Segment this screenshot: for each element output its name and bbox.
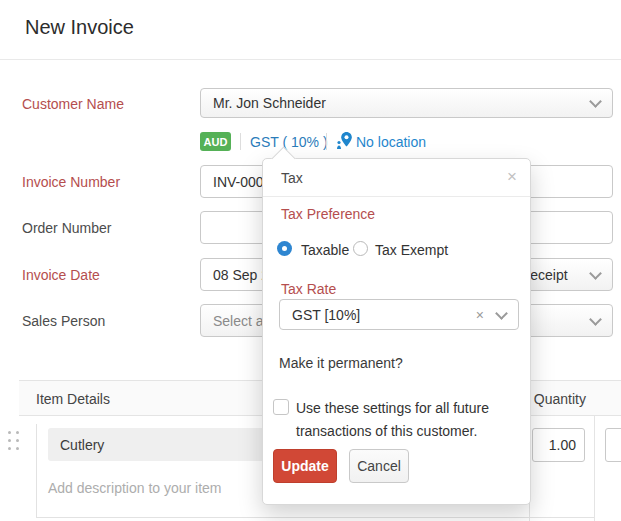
invoice-date-label: Invoice Date (22, 267, 100, 283)
invoice-number-label: Invoice Number (22, 174, 120, 190)
popup-title: Tax (281, 170, 303, 186)
row-border (36, 424, 37, 517)
tax-rate-value: GST [10%] (292, 307, 360, 323)
quantity-input[interactable]: 1.00 (532, 428, 585, 462)
clear-icon[interactable]: × (476, 306, 484, 324)
cancel-button[interactable]: Cancel (349, 449, 409, 483)
tax-exempt-radio-label[interactable]: Tax Exempt (375, 242, 448, 258)
currency-badge: AUD (200, 132, 231, 151)
chevron-down-icon (495, 307, 508, 320)
tax-exempt-radio[interactable] (353, 241, 368, 256)
item-description-input[interactable]: Add description to your item (48, 480, 222, 496)
tax-rate-label: Tax Rate (281, 281, 336, 297)
permanent-checkbox-label[interactable]: Use these settings for all future transa… (296, 397, 516, 443)
tax-link[interactable]: GST ( 10% ) (250, 134, 328, 150)
permanent-checkbox[interactable] (273, 399, 289, 415)
order-number-label: Order Number (22, 220, 111, 236)
drag-handle-icon[interactable] (8, 431, 23, 453)
sales-person-label: Sales Person (22, 313, 105, 329)
taxable-radio[interactable] (277, 241, 292, 256)
customer-name-value: Mr. Jon Schneider (213, 95, 326, 111)
chevron-down-icon (589, 267, 602, 280)
update-button[interactable]: Update (273, 449, 337, 483)
location-pin-icon (336, 131, 353, 153)
tax-popup: Tax × Tax Preference Taxable Tax Exempt … (262, 158, 531, 505)
tax-rate-select[interactable]: GST [10%] × (279, 299, 519, 330)
chevron-down-icon (589, 95, 602, 108)
rate-input[interactable] (605, 428, 621, 462)
chevron-down-icon (589, 313, 602, 326)
permanent-heading: Make it permanent? (279, 355, 403, 371)
item-details-header: Item Details (36, 391, 110, 407)
popup-header: Tax (263, 159, 530, 197)
item-name-value: Cutlery (60, 437, 104, 453)
new-invoice-page: New Invoice Customer Name Mr. Jon Schnei… (0, 0, 621, 521)
page-title: New Invoice (25, 16, 134, 39)
quantity-value: 1.00 (549, 437, 576, 453)
customer-name-label: Customer Name (22, 96, 124, 112)
taxable-radio-label[interactable]: Taxable (301, 242, 349, 258)
divider (240, 133, 241, 150)
header-divider (0, 59, 621, 60)
column-divider (594, 416, 595, 521)
location-link[interactable]: No location (356, 134, 426, 150)
close-icon[interactable]: × (507, 168, 517, 185)
row-border (36, 517, 594, 518)
tax-preference-label: Tax Preference (281, 206, 375, 222)
customer-name-select[interactable]: Mr. Jon Schneider (200, 88, 613, 118)
divider (326, 133, 327, 150)
